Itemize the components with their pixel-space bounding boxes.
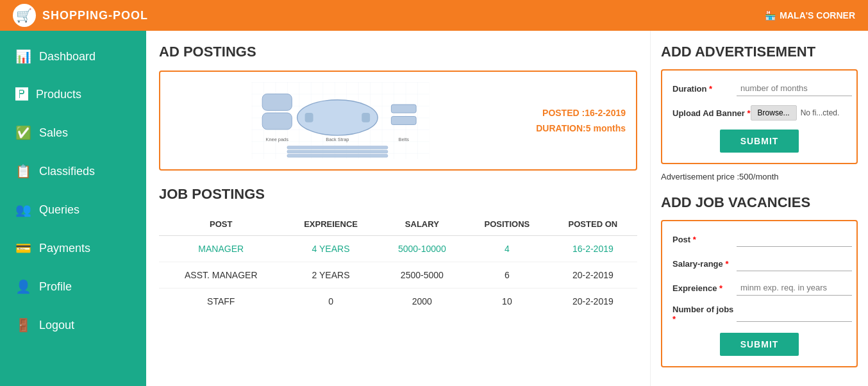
job-table: POST EXPREIENCE SALARY POSITIONS POSTED … <box>159 213 637 314</box>
col-salary: SALARY <box>379 213 466 236</box>
payments-icon: 💳 <box>15 240 31 256</box>
ad-meta: POSTED :16-2-2019 DURATION:5 months <box>510 103 626 138</box>
sales-icon: ✅ <box>15 125 31 140</box>
sidebar-label-sales: Sales <box>39 126 68 140</box>
experience-input[interactable] <box>737 280 852 296</box>
cell-positions: 4 <box>465 236 549 262</box>
duration-label: Duration * <box>672 84 737 94</box>
svg-rect-11 <box>287 146 388 149</box>
sidebar-item-queries[interactable]: 👥 Queries <box>0 190 146 229</box>
cell-experience: 4 YEARS <box>283 236 379 262</box>
svg-rect-7 <box>391 117 416 125</box>
post-input[interactable] <box>737 231 852 247</box>
sidebar: 📊 Dashboard 🅿 Products ✅ Sales 📋 Classif… <box>0 31 146 386</box>
logo-icon: 🛒 <box>13 4 36 27</box>
queries-icon: 👥 <box>15 202 31 217</box>
add-advertisement-submit[interactable]: SUBMIT <box>720 130 799 153</box>
salary-row: Salary-range * <box>672 256 846 271</box>
upload-banner-label: Upload Ad Banner * <box>672 108 751 118</box>
dashboard-icon: 📊 <box>15 49 31 64</box>
product-illustration: Knee pads Back Strap Belts <box>251 82 430 159</box>
svg-text:Knee pads: Knee pads <box>266 137 289 142</box>
sidebar-item-profile[interactable]: 👤 Profile <box>0 267 146 306</box>
posted-label: POSTED : <box>542 108 585 118</box>
layout: 📊 Dashboard 🅿 Products ✅ Sales 📋 Classif… <box>0 31 868 386</box>
num-jobs-input[interactable] <box>737 306 852 322</box>
duration-input[interactable] <box>737 81 852 96</box>
svg-rect-2 <box>262 113 292 130</box>
table-header-row: POST EXPREIENCE SALARY POSITIONS POSTED … <box>159 213 637 236</box>
svg-rect-1 <box>262 94 292 110</box>
cell-positions: 10 <box>465 289 549 315</box>
add-advertisement-title: ADD ADVERTISEMENT <box>661 44 858 60</box>
header: 🛒 SHOPPING-POOL 🏪 MALA'S CORNER <box>0 0 868 31</box>
products-icon: 🅿 <box>15 87 28 102</box>
browse-button[interactable]: Browse... <box>751 105 797 121</box>
header-logo: 🛒 SHOPPING-POOL <box>13 4 148 27</box>
job-postings-title: JOB POSTINGS <box>159 186 637 203</box>
duration-row: Duration * <box>672 81 846 96</box>
duration-info: DURATION:5 months <box>510 123 626 133</box>
svg-text:Back Strap: Back Strap <box>326 137 349 142</box>
cell-posted-on: 16-2-2019 <box>549 236 637 262</box>
sidebar-item-payments[interactable]: 💳 Payments <box>0 229 146 267</box>
col-posted-on: POSTED ON <box>549 213 637 236</box>
job-postings-section: JOB POSTINGS POST EXPREIENCE SALARY POSI… <box>159 186 637 314</box>
ad-price-note: Advertisement price :500/month <box>661 172 858 181</box>
cell-experience: 2 YEARS <box>283 262 379 289</box>
sidebar-label-dashboard: Dashboard <box>39 50 96 63</box>
ad-postings-title: AD POSTINGS <box>159 44 637 60</box>
profile-icon: 👤 <box>15 279 31 294</box>
sidebar-item-classifieds[interactable]: 📋 Classifieds <box>0 152 146 190</box>
cell-post: ASST. MANAGER <box>159 262 283 289</box>
svg-text:Belts: Belts <box>399 137 410 142</box>
col-post: POST <box>159 213 283 236</box>
sidebar-item-dashboard[interactable]: 📊 Dashboard <box>0 37 146 76</box>
sidebar-label-products: Products <box>36 88 81 101</box>
file-name-label: No fi...cted. <box>801 108 840 117</box>
num-jobs-row: Number of jobs * <box>672 305 846 324</box>
svg-rect-5 <box>362 113 370 122</box>
sidebar-label-profile: Profile <box>39 280 72 294</box>
sidebar-item-logout[interactable]: 🚪 Logout <box>0 306 146 344</box>
add-job-submit[interactable]: SUBMIT <box>720 333 799 356</box>
col-experience: EXPREIENCE <box>283 213 379 236</box>
cell-salary: 2500-5000 <box>379 262 466 289</box>
sidebar-label-queries: Queries <box>39 203 79 217</box>
sidebar-label-logout: Logout <box>39 319 74 332</box>
add-advertisement-form: Duration * Upload Ad Banner * Browse... … <box>661 69 858 164</box>
table-row: MANAGER 4 YEARS 5000-10000 4 16-2-2019 <box>159 236 637 262</box>
main-content: AD POSTINGS <box>146 31 650 386</box>
experience-row: Expreience * <box>672 280 846 296</box>
svg-rect-6 <box>391 105 416 113</box>
file-input-row: Browse... No fi...cted. <box>751 105 846 121</box>
cell-posted-on: 20-2-2019 <box>549 289 637 315</box>
table-row: STAFF 0 2000 10 20-2-2019 <box>159 289 637 315</box>
salary-input[interactable] <box>737 256 852 271</box>
header-user[interactable]: 🏪 MALA'S CORNER <box>765 10 855 21</box>
sidebar-item-sales[interactable]: ✅ Sales <box>0 113 146 152</box>
post-row: Post * <box>672 231 846 247</box>
posted-info: POSTED :16-2-2019 <box>510 108 626 118</box>
cell-posted-on: 20-2-2019 <box>549 262 637 289</box>
table-row: ASST. MANAGER 2 YEARS 2500-5000 6 20-2-2… <box>159 262 637 289</box>
app-title: SHOPPING-POOL <box>42 9 148 22</box>
cell-experience: 0 <box>283 289 379 315</box>
salary-label: Salary-range * <box>672 259 737 269</box>
svg-rect-4 <box>305 113 313 122</box>
svg-rect-13 <box>287 155 388 158</box>
user-label: MALA'S CORNER <box>780 10 855 21</box>
cell-post: STAFF <box>159 289 283 315</box>
upload-banner-row: Upload Ad Banner * Browse... No fi...cte… <box>672 105 846 121</box>
experience-label: Expreience * <box>672 283 737 293</box>
sidebar-item-products[interactable]: 🅿 Products <box>0 76 146 113</box>
duration-value: 5 months <box>586 123 626 133</box>
ad-image-area: Knee pads Back Strap Belts <box>171 82 510 159</box>
col-positions: POSITIONS <box>465 213 549 236</box>
sidebar-label-payments: Payments <box>39 242 90 255</box>
classifieds-icon: 📋 <box>15 164 31 179</box>
cell-salary: 2000 <box>379 289 466 315</box>
ad-card: Knee pads Back Strap Belts POSTED :16-2-… <box>159 71 637 171</box>
cell-salary: 5000-10000 <box>379 236 466 262</box>
cell-positions: 6 <box>465 262 549 289</box>
